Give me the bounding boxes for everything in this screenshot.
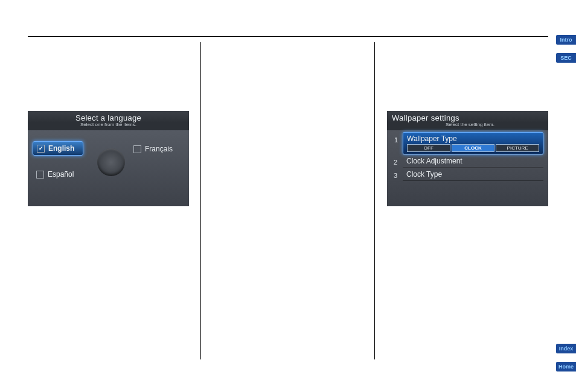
- language-label: Español: [48, 170, 74, 179]
- item-label: Clock Type: [406, 170, 540, 179]
- wallpaper-list: 1 Wallpaper Type OFF CLOCK PICTURE 2 Clo…: [387, 130, 548, 206]
- item-label: Clock Adjustment: [406, 157, 540, 165]
- column-3: Wallpaper settings Select the setting it…: [374, 42, 547, 359]
- segment-row: OFF CLOCK PICTURE: [407, 144, 539, 152]
- item-number: 2: [391, 159, 400, 166]
- language-label: English: [48, 144, 74, 153]
- wallpaper-title-bar: Wallpaper settings Select the setting it…: [387, 111, 548, 130]
- dial-icon: [97, 148, 125, 176]
- wallpaper-item-clock-adjustment[interactable]: 2 Clock Adjustment: [403, 154, 543, 168]
- wallpaper-screenshot: Wallpaper settings Select the setting it…: [387, 111, 548, 206]
- item-number: 3: [391, 172, 400, 179]
- language-screenshot: Select a language Select one from the it…: [28, 111, 189, 206]
- column-1: Select a language Select one from the it…: [28, 42, 200, 359]
- language-option-francais[interactable]: Français: [133, 145, 173, 153]
- side-tab-index[interactable]: Index: [556, 344, 576, 353]
- column-2: [200, 42, 373, 359]
- segment-picture[interactable]: PICTURE: [496, 144, 539, 152]
- language-subtitle: Select one from the items.: [28, 122, 189, 127]
- wallpaper-title: Wallpaper settings: [392, 113, 548, 122]
- language-title: Select a language: [28, 113, 189, 122]
- side-tab-home[interactable]: Home: [556, 362, 576, 371]
- wallpaper-subtitle: Select the setting item.: [392, 122, 548, 127]
- checkbox-empty-icon: [133, 145, 141, 153]
- checkbox-checked-icon: ✓: [37, 145, 45, 153]
- language-option-english[interactable]: ✓ English: [33, 141, 83, 156]
- side-tab-sec[interactable]: SEC: [556, 53, 576, 63]
- segment-off[interactable]: OFF: [407, 144, 450, 152]
- language-title-bar: Select a language Select one from the it…: [28, 111, 189, 130]
- language-body: ✓ English Français Español: [28, 130, 189, 206]
- item-label: Wallpaper Type: [407, 134, 539, 143]
- side-tab-intro[interactable]: Intro: [556, 35, 576, 45]
- content-columns: Select a language Select one from the it…: [28, 42, 548, 359]
- checkbox-empty-icon: [36, 171, 44, 179]
- segment-clock[interactable]: CLOCK: [452, 144, 495, 152]
- wallpaper-item-type[interactable]: 1 Wallpaper Type OFF CLOCK PICTURE: [403, 132, 543, 154]
- language-label: Français: [145, 145, 173, 153]
- top-rule: [28, 36, 548, 37]
- language-option-espanol[interactable]: Español: [36, 170, 74, 179]
- item-number: 1: [391, 136, 401, 144]
- wallpaper-item-clock-type[interactable]: 3 Clock Type: [403, 168, 543, 181]
